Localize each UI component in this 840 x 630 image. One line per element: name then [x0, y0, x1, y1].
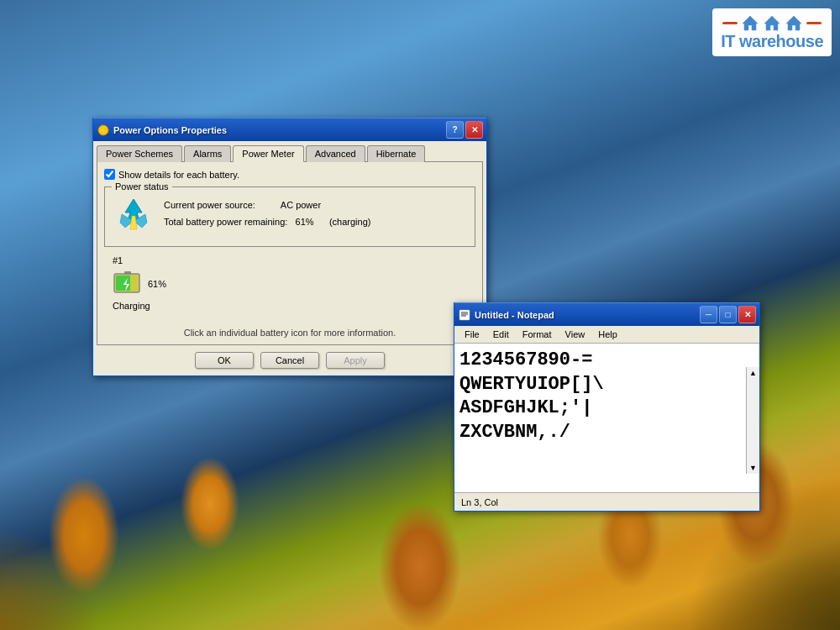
titlebar-buttons: ? ✕	[446, 121, 483, 139]
svg-marker-1	[764, 16, 780, 30]
notepad-close-button[interactable]: ✕	[738, 306, 756, 323]
tab-bar: Power Schemes Alarms Power Meter Advance…	[93, 141, 486, 161]
menu-help[interactable]: Help	[591, 328, 624, 341]
power-source-value: AC power	[281, 200, 321, 210]
logo-text: IT warehouse	[721, 32, 823, 51]
battery-icon[interactable]	[113, 269, 143, 299]
power-source-label: Current power source:	[164, 200, 255, 210]
battery-remaining-value: 61%	[296, 217, 314, 227]
battery-info-text: Click an individual battery icon for mor…	[104, 328, 475, 338]
notepad-icon	[458, 308, 471, 322]
battery-icon-row: 61%	[113, 269, 166, 299]
notepad-title-text: Untitled - Notepad	[475, 310, 700, 320]
battery-status-label: Charging	[113, 301, 150, 311]
notepad-minimize-button[interactable]: ─	[700, 306, 717, 323]
power-title-text: Power Options Properties	[113, 125, 446, 135]
show-details-label: Show details for each battery.	[118, 170, 239, 180]
power-info-text: Current power source: AC power Total bat…	[164, 197, 370, 231]
power-status-groupbox: Power status Current power source:	[104, 186, 475, 247]
battery-num-label: #1	[113, 255, 123, 265]
power-meter-tab-content: Show details for each battery. Power sta…	[97, 161, 483, 345]
logo-dash-right	[806, 22, 822, 24]
button-bar: OK Cancel Apply	[93, 345, 486, 375]
svg-rect-11	[116, 276, 130, 291]
menu-edit[interactable]: Edit	[486, 328, 516, 341]
battery-remaining-row: Total battery power remaining: 61% (char…	[164, 214, 370, 231]
logo-house-1	[741, 13, 759, 32]
checkbox-row: Show details for each battery.	[104, 169, 475, 180]
power-icon-area	[113, 197, 154, 238]
logo-dash-left	[722, 22, 738, 24]
logo-container: IT warehouse	[712, 8, 832, 56]
logo-top-line	[722, 13, 822, 32]
power-source-icon	[113, 197, 154, 238]
notepad-textarea[interactable]: 1234567890-= QWERTYUIOP[]\ ASDFGHJKL;'| …	[454, 344, 746, 491]
svg-text:⚡: ⚡	[99, 126, 109, 136]
battery-percentage: 61%	[148, 279, 166, 289]
tab-power-meter[interactable]: Power Meter	[233, 145, 303, 162]
groupbox-legend: Power status	[112, 181, 172, 192]
notepad-maximize-button[interactable]: □	[719, 306, 737, 323]
menu-file[interactable]: File	[458, 328, 486, 341]
notepad-titlebar[interactable]: Untitled - Notepad ─ □ ✕	[454, 302, 759, 326]
show-details-checkbox[interactable]	[104, 169, 115, 180]
notepad-statusbar: Ln 3, Col	[454, 492, 759, 511]
svg-marker-0	[743, 16, 758, 30]
power-source-row: Current power source: AC power	[164, 197, 370, 214]
tab-advanced[interactable]: Advanced	[306, 145, 365, 162]
menu-format[interactable]: Format	[516, 328, 559, 341]
notepad-content-area: 1234567890-= QWERTYUIOP[]\ ASDFGHJKL;'| …	[454, 344, 759, 492]
apply-button[interactable]: Apply	[326, 352, 385, 369]
ok-button[interactable]: OK	[195, 352, 254, 369]
tab-alarms[interactable]: Alarms	[184, 145, 231, 162]
svg-marker-2	[786, 16, 801, 30]
logo-house-3	[785, 13, 803, 32]
svg-rect-13	[459, 310, 470, 320]
power-status-content: Current power source: AC power Total bat…	[113, 197, 466, 238]
power-titlebar-icon: ⚡	[97, 123, 110, 137]
help-button[interactable]: ?	[446, 121, 464, 139]
notepad-window: Untitled - Notepad ─ □ ✕ File Edit Forma…	[454, 302, 760, 512]
tab-power-schemes[interactable]: Power Schemes	[97, 145, 182, 162]
power-options-window: ⚡ Power Options Properties ? ✕ Power Sch…	[92, 118, 487, 376]
menu-view[interactable]: View	[559, 328, 592, 341]
notepad-titlebar-buttons: ─ □ ✕	[700, 306, 756, 323]
logo-it: IT	[721, 32, 735, 50]
battery-section: #1 61% Charging	[113, 255, 475, 311]
close-button[interactable]: ✕	[465, 121, 483, 139]
notepad-scrollbar[interactable]: ▲ ▼	[746, 367, 759, 474]
scrollbar-down-button[interactable]: ▼	[747, 462, 759, 474]
cancel-button[interactable]: Cancel	[260, 352, 319, 369]
notepad-status-text: Ln 3, Col	[461, 497, 498, 507]
logo-warehouse: warehouse	[739, 32, 823, 50]
logo-house-2	[763, 13, 781, 32]
power-titlebar[interactable]: ⚡ Power Options Properties ? ✕	[93, 118, 486, 141]
scrollbar-up-button[interactable]: ▲	[747, 367, 759, 379]
tab-hibernate[interactable]: Hibernate	[367, 145, 426, 162]
battery-remaining-label: Total battery power remaining:	[164, 217, 287, 227]
battery-charging-status: (charging)	[329, 217, 371, 227]
notepad-menu: File Edit Format View Help	[454, 326, 759, 344]
svg-rect-10	[124, 271, 131, 275]
